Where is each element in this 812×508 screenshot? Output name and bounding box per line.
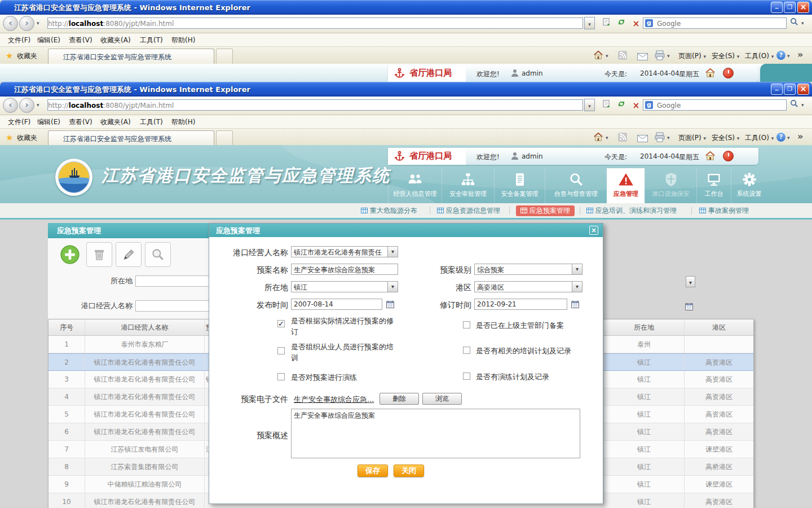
menu-favorites[interactable]: 收藏夹(A) — [100, 36, 131, 45]
url-field[interactable]: http://localhost:8080/yjpt/Main.html — [47, 99, 583, 111]
favorites-label[interactable]: 收藏夹 — [17, 133, 37, 143]
dropdown-icon[interactable] — [387, 282, 398, 292]
menu-view[interactable]: 查看(V) — [69, 117, 92, 127]
close-button[interactable] — [797, 84, 809, 95]
home-dropdown-icon[interactable] — [606, 135, 608, 141]
revision-checkbox[interactable]: ✓ — [277, 320, 285, 327]
logout-icon[interactable] — [723, 68, 734, 78]
subnav-accident-cases[interactable]: 事故案例管理 — [699, 205, 749, 216]
dialog-title-bar[interactable]: 应急预案管理 — [209, 224, 603, 237]
nav-emergency-management[interactable]: 应急管理 — [607, 168, 645, 203]
home-shortcut-icon[interactable] — [705, 68, 716, 81]
menu-edit[interactable]: 编辑(E) — [37, 117, 60, 127]
mail-button[interactable] — [637, 134, 648, 144]
dropdown-icon[interactable] — [387, 247, 398, 257]
search-input[interactable] — [656, 100, 782, 111]
revise-date-input[interactable]: 2012-09-21 — [474, 299, 567, 310]
new-tab-stub[interactable] — [216, 130, 233, 146]
publish-calendar-icon[interactable] — [386, 300, 395, 311]
title-bar[interactable]: 江苏省港口安全监管与应急管理系统 - Windows Internet Expl… — [0, 0, 812, 15]
search-dropdown-icon[interactable] — [801, 102, 804, 108]
feeds-button[interactable] — [618, 51, 627, 62]
nav-safety-approval[interactable]: 安全审批管理 — [442, 168, 494, 203]
col-area[interactable]: 港区 — [685, 319, 753, 335]
favorites-star-icon[interactable] — [6, 50, 13, 61]
new-tab-stub[interactable] — [216, 49, 233, 64]
nav-workbench[interactable]: 工作台 — [696, 168, 731, 203]
print-button[interactable] — [654, 132, 665, 144]
plan-name-input[interactable]: 生产安全事故综合应急预案 — [291, 264, 398, 275]
tools-menu[interactable]: 工具(O) — [745, 51, 774, 61]
help-icon[interactable] — [776, 51, 785, 60]
col-location[interactable]: 所在地 — [604, 319, 685, 335]
publish-date-input[interactable]: 2007-08-14 — [291, 299, 382, 310]
search-input[interactable] — [656, 19, 782, 29]
location-select[interactable]: 镇江 — [291, 281, 398, 292]
add-button[interactable] — [57, 242, 83, 267]
close-button[interactable] — [797, 2, 809, 13]
save-button[interactable]: 保存 — [358, 465, 388, 477]
help-icon[interactable] — [776, 133, 785, 142]
plan-level-select[interactable]: 综合预案 — [474, 264, 582, 275]
drill-record-checkbox[interactable] — [463, 373, 470, 380]
safety-menu[interactable]: 安全(S) — [712, 51, 739, 61]
search-record-button[interactable] — [145, 242, 171, 267]
refresh-button[interactable] — [615, 17, 628, 30]
subnav-plan-management[interactable]: 应急预案管理 — [516, 205, 575, 216]
filed-checkbox[interactable] — [463, 321, 470, 329]
refresh-button[interactable] — [615, 99, 628, 112]
toolbar-overflow-icon[interactable] — [797, 49, 803, 60]
tools-menu[interactable]: 工具(O) — [745, 133, 774, 143]
url-dropdown-button[interactable] — [584, 99, 595, 111]
revise-calendar-icon[interactable] — [571, 300, 580, 311]
delete-button[interactable] — [86, 242, 112, 267]
menu-help[interactable]: 帮助(H) — [171, 36, 195, 45]
home-dropdown-icon[interactable] — [606, 53, 608, 59]
menu-file[interactable]: 文件(F) — [8, 36, 30, 45]
filter-date-calendar-icon[interactable] — [685, 302, 694, 313]
subnav-training-drill[interactable]: 应急培训、演练和演习管理 — [586, 205, 677, 216]
menu-help[interactable]: 帮助(H) — [171, 117, 195, 127]
print-button[interactable] — [654, 50, 665, 63]
minimize-button[interactable] — [771, 2, 783, 13]
print-dropdown-icon[interactable] — [667, 135, 670, 141]
summary-textarea[interactable]: 生产安全事故综合应急预案 — [291, 409, 580, 458]
toolbar-overflow-icon[interactable] — [797, 131, 803, 142]
maximize-button[interactable] — [784, 84, 796, 95]
col-no[interactable]: 序号 — [48, 319, 85, 335]
drill-checkbox[interactable] — [277, 373, 285, 380]
forward-button[interactable] — [19, 98, 34, 113]
help-dropdown-icon[interactable] — [787, 53, 790, 59]
active-tab[interactable]: 江苏省港口安全监管与应急管理系统 — [48, 130, 214, 146]
menu-favorites[interactable]: 收藏夹(A) — [100, 117, 131, 127]
title-bar[interactable]: 江苏省港口安全监管与应急管理系统 - Windows Internet Expl… — [0, 82, 812, 97]
training-org-checkbox[interactable] — [277, 347, 285, 354]
dialog-close-icon[interactable] — [589, 226, 598, 235]
mail-button[interactable] — [637, 52, 648, 63]
url-dropdown-button[interactable] — [584, 17, 595, 29]
menu-file[interactable]: 文件(F) — [8, 117, 30, 127]
menu-edit[interactable]: 编辑(E) — [37, 36, 60, 45]
file-link[interactable]: 生产安全事故综合应急... — [294, 395, 374, 405]
help-dropdown-icon[interactable] — [787, 135, 790, 141]
nav-safety-record[interactable]: 安全备案管理 — [494, 168, 545, 203]
home-button[interactable] — [593, 132, 603, 144]
page-menu[interactable]: 页面(P) — [678, 133, 706, 143]
subnav-hazard-distribution[interactable]: 重大危险源分布 — [361, 205, 417, 216]
active-tab[interactable]: 江苏省港口安全监管与应急管理系统 — [48, 49, 214, 64]
operator-select[interactable]: 镇江市港龙石化港务有限责任 — [291, 246, 398, 257]
feeds-button[interactable] — [618, 133, 627, 144]
menu-tools[interactable]: 工具(T) — [140, 36, 163, 45]
safety-menu[interactable]: 安全(S) — [712, 133, 739, 143]
close-dialog-button[interactable]: 关闭 — [394, 465, 424, 477]
edit-button[interactable] — [116, 242, 142, 267]
search-dropdown-icon[interactable] — [801, 20, 804, 26]
home-shortcut-icon[interactable] — [705, 151, 716, 164]
compatibility-button[interactable] — [599, 17, 613, 30]
area-select[interactable]: 高姿港区 — [474, 281, 582, 292]
search-button[interactable] — [788, 99, 800, 112]
url-field[interactable]: http://localhost:8080/yjpt/Main.html — [47, 17, 583, 29]
filter-level-dropdown-icon[interactable] — [686, 276, 695, 287]
dropdown-icon[interactable] — [572, 264, 582, 274]
logout-icon[interactable] — [723, 151, 734, 161]
